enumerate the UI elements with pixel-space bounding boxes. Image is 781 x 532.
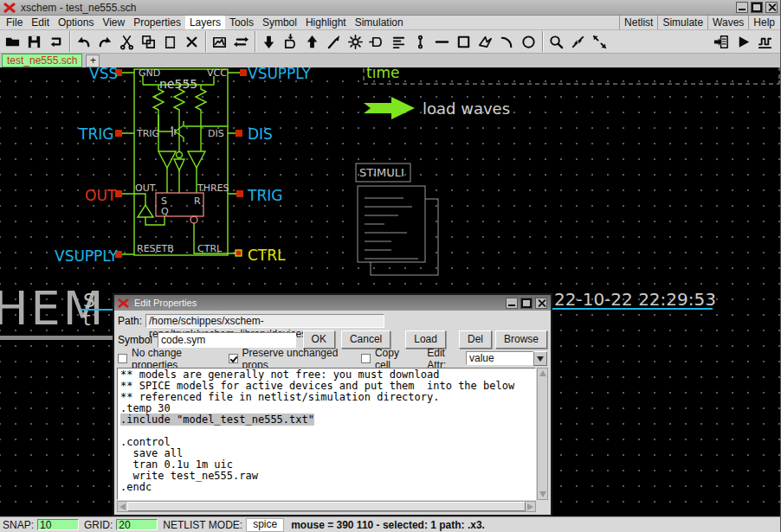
rectangle-button[interactable] <box>453 31 474 52</box>
preserve-unchanged-props-checkbox[interactable] <box>229 354 238 363</box>
line-button[interactable] <box>431 31 453 52</box>
label-vss[interactable]: VSS <box>89 67 118 82</box>
close-icon <box>768 3 776 11</box>
label-dis[interactable]: DIS <box>248 125 273 143</box>
del-button[interactable]: Del <box>459 330 492 349</box>
menu-highlight[interactable]: Highlight <box>301 16 351 29</box>
dialog-close-button[interactable] <box>535 298 547 309</box>
label-trig-right[interactable]: TRIG <box>247 187 282 204</box>
menu-help[interactable]: Help <box>748 16 779 29</box>
maximize-button[interactable] <box>751 2 763 13</box>
dialog-maximize-button[interactable] <box>520 298 532 309</box>
grid-input[interactable]: 20 <box>116 519 158 530</box>
polygon-button[interactable] <box>474 31 496 52</box>
menu-simulation[interactable]: Simulation <box>351 16 408 29</box>
delete-button[interactable] <box>181 31 203 52</box>
stimuli-label[interactable]: STIMULI <box>359 166 404 179</box>
label-trig-left[interactable]: TRIG <box>78 125 113 143</box>
vertical-scrollbar[interactable] <box>537 368 548 500</box>
undo-button[interactable] <box>73 31 94 52</box>
load-waves-arrow-icon[interactable] <box>364 97 415 119</box>
menu-simulate[interactable]: Simulate <box>657 16 707 29</box>
hidden-text-t: t <box>83 308 91 330</box>
text-button[interactable] <box>388 31 410 52</box>
combo-arrow-button[interactable] <box>533 351 547 366</box>
swap-button[interactable] <box>230 31 252 52</box>
edit-attr-combobox[interactable]: value <box>466 351 547 366</box>
redo-icon <box>97 34 113 50</box>
menu-netlist[interactable]: Netlist <box>619 16 657 29</box>
zoom-box-button[interactable] <box>589 31 610 52</box>
label-vsupply-top[interactable]: VSUPPLY <box>248 67 312 82</box>
pin-squares[interactable] <box>115 69 247 258</box>
label-ctrl[interactable]: CTRL <box>248 247 286 264</box>
copy-button[interactable] <box>138 31 159 52</box>
push-down-button[interactable] <box>258 31 280 52</box>
menu-layers[interactable]: Layers <box>185 16 225 29</box>
dialog-minimize-button[interactable] <box>506 298 518 309</box>
cut-button[interactable] <box>116 31 138 52</box>
waves-button[interactable] <box>754 31 776 52</box>
menu-view[interactable]: View <box>98 16 129 29</box>
label-vsupply-bottom[interactable]: VSUPPLY <box>55 247 119 265</box>
insert-symbol-icon <box>211 34 228 50</box>
menu-edit[interactable]: Edit <box>27 16 54 29</box>
reload-icon <box>48 34 64 50</box>
redo-button[interactable] <box>94 31 116 52</box>
no-change-properties-checkbox[interactable] <box>118 354 127 363</box>
minimize-icon <box>508 304 515 306</box>
grid-label: GRID: <box>84 519 113 531</box>
simulate-button[interactable] <box>733 31 754 52</box>
menu-file[interactable]: File <box>2 16 27 29</box>
menu-symbol[interactable]: Symbol <box>258 16 301 29</box>
menu-tools[interactable]: Tools <box>225 16 258 29</box>
close-button[interactable] <box>765 2 778 13</box>
ff-q: Q <box>161 206 169 217</box>
properties-text-editor[interactable]: ** models are generally not free: you mu… <box>117 368 536 500</box>
light-button[interactable] <box>345 31 366 52</box>
tab-test-ne555[interactable]: test_ne555.sch <box>2 54 82 67</box>
scrollbar-thumb[interactable] <box>127 502 526 511</box>
zoom-icon <box>548 34 565 50</box>
open-folder-button[interactable] <box>2 31 23 52</box>
menu-properties[interactable]: Properties <box>129 16 185 29</box>
net-labels[interactable]: VSS VSUPPLY TRIG DIS TRIG VSUPPLY <box>55 67 312 265</box>
component-button[interactable] <box>366 31 388 52</box>
arc-button[interactable] <box>496 31 518 52</box>
graph-selection-box[interactable] <box>364 67 779 84</box>
symbol-input[interactable]: code.sym <box>158 332 296 348</box>
stimuli-document-icon[interactable] <box>358 186 438 275</box>
maximize-icon <box>752 3 762 12</box>
snap-input[interactable]: 10 <box>37 519 79 530</box>
netlist-mode-value[interactable]: spice <box>246 518 284 532</box>
edit-attr-value[interactable]: value <box>466 351 533 365</box>
reload-button[interactable] <box>45 31 67 52</box>
gate-marks <box>172 126 175 137</box>
polygon-icon <box>477 34 494 50</box>
save-button[interactable] <box>23 31 45 52</box>
new-tab-button[interactable]: + <box>86 54 100 67</box>
paste-button[interactable] <box>159 31 181 52</box>
path-field[interactable]: /home/schippes/xschem-repo/trunk/xschem_… <box>145 314 384 328</box>
paint-button[interactable] <box>323 31 345 52</box>
browse-button[interactable]: Browse <box>495 330 547 349</box>
dialog-titlebar[interactable]: Edit Properties <box>114 295 551 311</box>
minimize-button[interactable] <box>736 2 748 13</box>
push-symbol-button[interactable] <box>280 31 301 52</box>
graph-time-label[interactable]: time <box>366 67 399 81</box>
menu-waves[interactable]: Waves <box>707 16 748 29</box>
zoom-fit-button[interactable] <box>567 31 589 52</box>
insert-symbol-button[interactable] <box>209 31 230 52</box>
copy-cell-checkbox[interactable] <box>361 354 371 363</box>
circle-button[interactable] <box>518 31 539 52</box>
ff-r: R <box>194 195 201 207</box>
ne555-symbol[interactable] <box>122 69 240 255</box>
load-waves-label[interactable]: load waves <box>423 99 510 118</box>
wire-button[interactable] <box>410 31 431 52</box>
menu-options[interactable]: Options <box>54 16 98 29</box>
netlist-button[interactable] <box>711 31 733 52</box>
label-out[interactable]: OUT <box>85 187 117 204</box>
pop-up-button[interactable] <box>301 31 323 52</box>
horizontal-scrollbar[interactable] <box>117 501 536 512</box>
zoom-button[interactable] <box>545 31 567 52</box>
